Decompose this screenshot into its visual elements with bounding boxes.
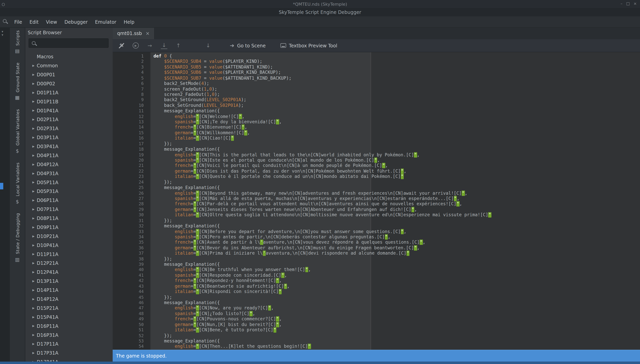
expander-icon[interactable]: ▶ (30, 316, 36, 319)
expander-icon[interactable]: ▶ (30, 288, 36, 292)
expander-icon[interactable]: ▶ (30, 154, 36, 157)
script-item-d04p31a[interactable]: ▶D04P31A (25, 169, 112, 178)
expander-icon[interactable]: ▶ (30, 342, 36, 346)
code-line[interactable]: 36 german="[CN]Bevor du ins Abenteuer au… (113, 245, 640, 251)
expander-icon[interactable]: ▶ (30, 217, 36, 220)
expander-icon[interactable]: ▶ (30, 91, 36, 94)
expander-icon[interactable]: ▶ (30, 244, 36, 247)
script-item-d00p01[interactable]: ▶D00P01 (25, 70, 112, 79)
search-icon[interactable] (2, 19, 8, 24)
code-line[interactable]: 25 message_Explanation({ (113, 185, 640, 190)
script-item-d04p12a[interactable]: ▶D04P12A (25, 160, 112, 169)
menu-emulator[interactable]: Emulator (92, 18, 120, 26)
script-item-d17p41a[interactable]: ▶D17P41A (25, 358, 112, 362)
play-circle-icon[interactable]: ▶ (133, 42, 139, 48)
code-line[interactable]: 52 }); (113, 333, 640, 338)
step-out-icon[interactable]: ↑ (175, 42, 182, 49)
expander-icon[interactable]: ▶ (30, 226, 36, 229)
expander-icon[interactable]: ▶ (30, 100, 36, 103)
menu-edit[interactable]: Edit (26, 18, 42, 26)
code-line[interactable]: 39 message_Explanation({ (113, 262, 640, 267)
expander-icon[interactable]: ▶ (30, 334, 36, 337)
expander-icon[interactable]: ▶ (30, 109, 36, 112)
script-item-macros[interactable]: Macros (25, 52, 112, 61)
script-item-d13p11a[interactable]: ▶D13P11A (25, 277, 112, 286)
script-item-d02p11a[interactable]: ▶D02P11A (25, 115, 112, 124)
script-item-d14p12a[interactable]: ▶D14P12A (25, 295, 112, 304)
code-line[interactable]: 28 french="[CN]Par-delà ce portail vous … (113, 201, 640, 207)
side-tab-ground-state[interactable]: Ground State▦ (15, 62, 20, 100)
close-icon[interactable]: × (634, 1, 637, 6)
expander-icon[interactable]: ▶ (30, 145, 36, 148)
code-line[interactable]: 27 spanish="[CN]Más allá de esta puerta,… (113, 196, 640, 201)
script-item-d11p11a[interactable]: ▶D11P11A (25, 250, 112, 259)
code-line[interactable]: 30 italian="[CN]Oltre questa soglia ti a… (113, 212, 640, 218)
textbox-preview-button[interactable]: Textbox Preview Tool (280, 43, 337, 48)
menu-view[interactable]: View (42, 18, 61, 26)
pencil-off-icon[interactable]: ✎ (118, 42, 125, 49)
code-line[interactable]: 49 french="[CN]Pouvons-nous commencer?[C… (113, 316, 640, 322)
code-line[interactable]: 43 german="[CN]Beantworte sie aufrichtig… (113, 284, 640, 289)
script-item-d07p11a[interactable]: ▶D07P11A (25, 205, 112, 214)
code-line[interactable]: 17 }); (113, 141, 640, 146)
code-line[interactable]: 31 }); (113, 218, 640, 223)
code-line[interactable]: 19 english="[CN]This is the portal that … (113, 152, 640, 158)
expander-icon[interactable]: ▶ (30, 306, 36, 310)
code-line[interactable]: 51 italian="[CN]Bene, è tutto pronto?[C]… (113, 328, 640, 333)
expander-icon[interactable]: ▶ (30, 235, 36, 238)
code-line[interactable]: 26 english="[CN]Beyond this gateway, man… (113, 190, 640, 196)
script-item-d10p41a[interactable]: ▶D10P41A (25, 241, 112, 250)
code-line[interactable]: 37 italian="[CN]Prima di iniziare l\'avv… (113, 251, 640, 256)
code-line[interactable]: 9 back2_SetGround(LEVEL_S02P01A); (113, 97, 640, 103)
minimize-icon[interactable]: – (620, 1, 622, 6)
code-editor[interactable]: 1def 0 {2 $SCENARIO_SUB4 = value($PLAYER… (113, 52, 640, 350)
down-arrow-icon[interactable]: ↓ (205, 42, 212, 49)
code-line[interactable]: 15 german="[CN]Willkommen![C]", (113, 130, 640, 136)
code-line[interactable]: 10 back_SetGround(LEVEL_S02P01A); (113, 103, 640, 108)
menu-help[interactable]: Help (120, 18, 138, 26)
code-line[interactable]: 50 german="[CN]Nun,[K] bist du bereit?[C… (113, 322, 640, 328)
expander-icon[interactable]: ▶ (30, 253, 36, 256)
code-line[interactable]: 32 message_Explanation({ (113, 223, 640, 229)
go-to-scene-button[interactable]: ➔ Go to Scene (230, 42, 266, 48)
code-line[interactable]: 23 italian="[CN]Questo è il portale che … (113, 174, 640, 180)
search-box[interactable] (28, 38, 108, 48)
expander-icon[interactable]: ▶ (30, 136, 36, 139)
menu-debugger[interactable]: Debugger (61, 18, 91, 26)
expander-icon[interactable]: ▶ (30, 271, 36, 274)
script-item-d12p41a[interactable]: ▶D12P41A (25, 268, 112, 277)
expander-icon[interactable]: ▶ (30, 163, 36, 166)
code-line[interactable]: 5 $SCENARIO_SUB7 = value($ATTENDANT1_KIN… (113, 75, 640, 81)
script-item-d10p21a[interactable]: ▶D10P21A (25, 232, 112, 241)
expander-icon[interactable]: ▶ (30, 352, 36, 355)
code-line[interactable]: 16 italian="[CN]Ciao![C]" (113, 136, 640, 141)
code-line[interactable]: 47 english="[CN]Now, are you ready?[C]", (113, 306, 640, 311)
side-tab-scripts[interactable]: Scripts▤ (15, 30, 20, 54)
expander-icon[interactable]: ▶ (30, 324, 36, 328)
code-line[interactable]: 33 english="[CN]Before you depart for ad… (113, 229, 640, 234)
script-item-d16p11a[interactable]: ▶D16P11A (25, 322, 112, 330)
script-item-d03p41a[interactable]: ▶D03P41A (25, 142, 112, 151)
script-item-d02p31a[interactable]: ▶D02P31A (25, 124, 112, 133)
script-item-d05p31a[interactable]: ▶D05P31A (25, 187, 112, 196)
code-line[interactable]: 20 spanish="[CN]Este es el portal que co… (113, 158, 640, 163)
script-item-d08p11a[interactable]: ▶D08P11A (25, 214, 112, 223)
code-line[interactable]: 48 spanish="[CN]¿Todo listo?[C]", (113, 311, 640, 316)
code-line[interactable]: 21 french="[CN]Voici le portail qui cond… (113, 163, 640, 168)
step-into-icon[interactable]: ↓ (161, 42, 167, 49)
script-item-d03p11a[interactable]: ▶D03P11A (25, 133, 112, 142)
code-line[interactable]: 8 screen2_FadeOut(1,0); (113, 92, 640, 97)
code-line[interactable]: 4 $SCENARIO_SUB6 = value($PLAYER_KIND_BA… (113, 70, 640, 75)
script-item-d15p21a[interactable]: ▶D15P21A (25, 304, 112, 313)
code-line[interactable]: 22 german="[CN]Dies ist das Portal, das … (113, 168, 640, 174)
side-tab-local-variables[interactable]: Local Variables$ (15, 162, 20, 204)
code-line[interactable]: 14 french="[CN]Bienvenue![C]", (113, 125, 640, 130)
script-item-d17p31a[interactable]: ▶D17P31A (25, 348, 112, 358)
script-item-d17p11a[interactable]: ▶D17P11A (25, 340, 112, 348)
script-item-d09p11a[interactable]: ▶D09P11A (25, 223, 112, 232)
code-line[interactable]: 13 spanish="[CN]¡Te doy la bienvenida![C… (113, 119, 640, 125)
expander-icon[interactable]: ▶ (30, 127, 36, 130)
expander-icon[interactable]: ▶ (30, 208, 36, 211)
expander-icon[interactable]: ▶ (30, 64, 36, 67)
search-input[interactable] (36, 40, 99, 46)
